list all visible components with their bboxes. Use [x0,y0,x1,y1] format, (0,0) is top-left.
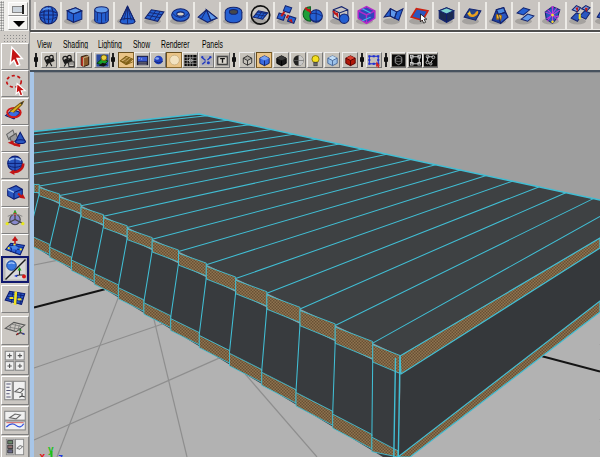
svg-text:y: y [48,444,54,455]
svg-text:z: z [58,452,63,457]
svg-text:x: x [40,451,46,457]
